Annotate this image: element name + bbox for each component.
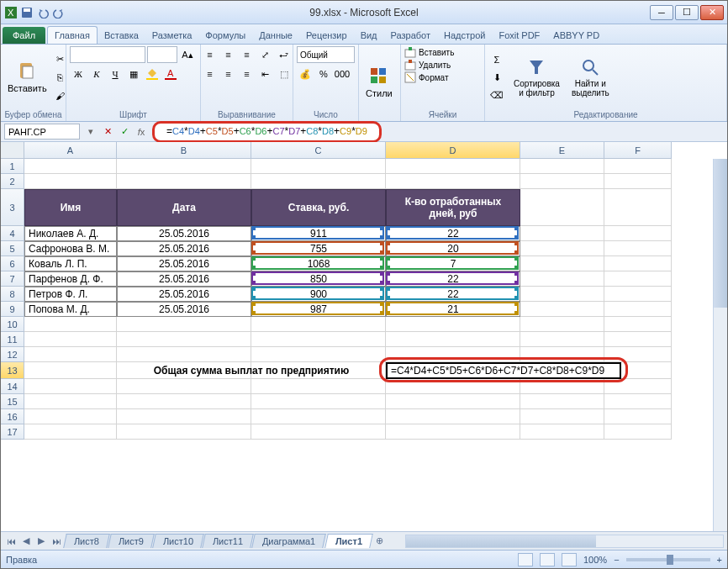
cell-F7[interactable] [604, 271, 672, 287]
zoom-slider[interactable] [626, 558, 710, 561]
row-header-3[interactable]: 3 [1, 189, 24, 226]
cell-E2[interactable] [520, 174, 604, 189]
cell-F17[interactable] [604, 424, 672, 440]
maximize-button[interactable]: ☐ [675, 5, 699, 20]
cell-F5[interactable] [604, 241, 672, 256]
cell-B2[interactable] [117, 174, 251, 189]
sheet-nav-last-icon[interactable]: ⏭ [50, 535, 63, 548]
new-sheet-icon[interactable]: ⊕ [373, 535, 387, 548]
clear-icon[interactable]: ⌫ [488, 87, 505, 103]
file-tab[interactable]: Файл [3, 27, 45, 44]
row-header-11[interactable]: 11 [1, 332, 24, 347]
cell-rate-5[interactable]: 755 [251, 241, 386, 256]
cell-date-8[interactable]: 25.05.2016 [117, 287, 251, 302]
sheet-nav-prev-icon[interactable]: ◀ [19, 535, 33, 548]
cell-A12[interactable] [24, 347, 117, 362]
align-center-icon[interactable]: ≡ [220, 66, 237, 82]
row-header-6[interactable]: 6 [1, 256, 24, 271]
cell-C14[interactable] [251, 379, 386, 394]
bold-icon[interactable]: Ж [70, 66, 87, 82]
pagelayout-view-icon[interactable] [540, 553, 555, 566]
cell-E4[interactable] [520, 226, 604, 241]
close-button[interactable]: ✕ [700, 5, 724, 20]
cell-B1[interactable] [117, 159, 251, 174]
column-header-C[interactable]: C [251, 142, 386, 159]
cell-D2[interactable] [386, 174, 520, 189]
tab-abbyy[interactable]: ABBYY PD [546, 27, 606, 44]
row-header-13[interactable]: 13 [1, 362, 24, 379]
cell-E14[interactable] [520, 379, 604, 394]
cell-D14[interactable] [386, 379, 520, 394]
cell-A14[interactable] [24, 379, 117, 394]
spreadsheet-grid[interactable]: ABCDEF 1234567891011121314151617 ИмяДата… [1, 142, 727, 531]
cell-C11[interactable] [251, 332, 386, 347]
cell-F4[interactable] [604, 226, 672, 241]
summary-label[interactable]: Общая сумма выплат по предприятию [117, 362, 386, 379]
styles-button[interactable]: Стили [362, 65, 396, 100]
row-header-12[interactable]: 12 [1, 347, 24, 362]
underline-icon[interactable]: Ч [107, 66, 124, 82]
name-box[interactable]: РАНГ.СР [4, 124, 80, 140]
pagebreak-view-icon[interactable] [562, 553, 577, 566]
cell-A17[interactable] [24, 424, 117, 440]
cell-E16[interactable] [520, 409, 604, 424]
excel-icon[interactable]: X [4, 6, 18, 19]
cell-E7[interactable] [520, 271, 604, 287]
cell-days-7[interactable]: 22 [386, 271, 520, 287]
cell-B11[interactable] [117, 332, 251, 347]
cell-A10[interactable] [24, 317, 117, 332]
find-select-button[interactable]: Найти и выделить [568, 55, 613, 99]
cell-A2[interactable] [24, 174, 117, 189]
cell-B14[interactable] [117, 379, 251, 394]
cell-A13[interactable] [24, 362, 117, 379]
align-bottom-icon[interactable]: ≡ [239, 46, 256, 63]
cell-E9[interactable] [520, 302, 604, 317]
table-header-B[interactable]: Дата [117, 189, 251, 226]
tab-developer[interactable]: Разработ [384, 27, 437, 44]
fill-icon[interactable]: ⬇ [488, 69, 505, 86]
cell-F9[interactable] [604, 302, 672, 317]
redo-icon[interactable] [52, 6, 66, 19]
cell-name-7[interactable]: Парфенов Д. Ф. [24, 271, 117, 287]
cell-E12[interactable] [520, 347, 604, 362]
italic-icon[interactable]: К [88, 66, 105, 82]
cell-C12[interactable] [251, 347, 386, 362]
cell-A11[interactable] [24, 332, 117, 347]
cancel-formula-icon[interactable]: ✕ [100, 124, 115, 140]
font-name-select[interactable] [70, 46, 145, 63]
paste-button[interactable]: Вставить [4, 60, 50, 95]
row-header-15[interactable]: 15 [1, 394, 24, 409]
cell-name-4[interactable]: Николаев А. Д. [24, 226, 117, 241]
cell-B12[interactable] [117, 347, 251, 362]
grow-font-icon[interactable]: A▴ [179, 46, 196, 63]
tab-addins[interactable]: Надстрой [437, 27, 492, 44]
row-header-2[interactable]: 2 [1, 174, 24, 189]
cell-E8[interactable] [520, 287, 604, 302]
row-header-8[interactable]: 8 [1, 287, 24, 302]
horizontal-scrollbar[interactable] [405, 535, 724, 548]
cell-F3[interactable] [604, 189, 672, 226]
formula-input[interactable]: =C4*D4+C5*D5+C6*D6+C7*D7+C8*D8+C9*D9 [161, 124, 372, 140]
decrease-indent-icon[interactable]: ⇤ [257, 66, 274, 82]
column-header-D[interactable]: D [386, 142, 520, 159]
cell-F1[interactable] [604, 159, 672, 174]
cell-days-8[interactable]: 22 [386, 287, 520, 302]
cell-rate-8[interactable]: 900 [251, 287, 386, 302]
row-header-17[interactable]: 17 [1, 424, 24, 440]
sheet-tab-Лист8[interactable]: Лист8 [63, 534, 110, 548]
font-size-select[interactable] [147, 46, 177, 63]
cell-B15[interactable] [117, 394, 251, 409]
sort-filter-button[interactable]: Сортировка и фильтр [510, 55, 563, 99]
cell-E6[interactable] [520, 256, 604, 271]
currency-icon[interactable]: 💰 [297, 66, 314, 82]
cell-rate-9[interactable]: 987 [251, 302, 386, 317]
cell-D1[interactable] [386, 159, 520, 174]
cell-C2[interactable] [251, 174, 386, 189]
tab-view[interactable]: Вид [354, 27, 384, 44]
cell-D16[interactable] [386, 409, 520, 424]
cell-date-5[interactable]: 25.05.2016 [117, 241, 251, 256]
border-icon[interactable]: ▦ [125, 66, 142, 82]
insert-cells-button[interactable]: Вставить [404, 46, 481, 58]
align-top-icon[interactable]: ≡ [202, 46, 219, 63]
cell-name-5[interactable]: Сафронова В. М. [24, 241, 117, 256]
